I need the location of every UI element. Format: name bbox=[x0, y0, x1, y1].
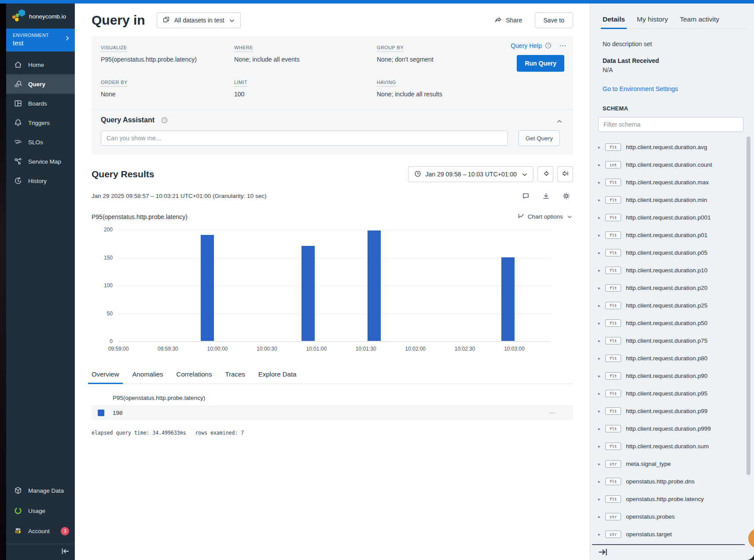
expand-caret-icon[interactable]: ▸ bbox=[598, 285, 605, 290]
sidebar-item-home[interactable]: Home bbox=[6, 55, 75, 74]
expand-caret-icon[interactable]: ▸ bbox=[598, 356, 605, 361]
schema-field-row[interactable]: ▸flthttp.client.request.duration.avg bbox=[598, 138, 754, 156]
gear-icon[interactable] bbox=[562, 192, 570, 200]
expand-caret-icon[interactable]: ▸ bbox=[598, 426, 605, 431]
chart-bar[interactable] bbox=[201, 235, 214, 341]
assistant-question-circle-icon[interactable]: ? bbox=[161, 117, 168, 124]
query-overflow-menu-icon[interactable]: ⋯ bbox=[559, 41, 566, 50]
schema-field-row[interactable]: ▸stropenstatus.target bbox=[598, 525, 754, 543]
expand-caret-icon[interactable]: ▸ bbox=[598, 497, 605, 501]
query-field-visualize[interactable]: VISUALIZEP95(openstatus.http.probe.laten… bbox=[101, 43, 234, 63]
expand-caret-icon[interactable]: ▸ bbox=[598, 268, 605, 273]
schema-field-row[interactable]: ▸flthttp.client.request.duration.max bbox=[598, 173, 754, 191]
schema-field-row[interactable]: ▸flthttp.client.request.duration.p20 bbox=[598, 279, 754, 296]
expand-caret-icon[interactable]: ▸ bbox=[598, 373, 605, 378]
chart-options-button[interactable]: Chart options bbox=[518, 212, 573, 221]
expand-caret-icon[interactable]: ▸ bbox=[598, 250, 605, 255]
schema-field-row[interactable]: ▸flthttp.client.request.duration.p80 bbox=[598, 349, 754, 367]
sidebar-collapse-button[interactable] bbox=[6, 544, 75, 560]
schema-field-row[interactable]: ▸flthttp.client.request.duration.p01 bbox=[598, 226, 754, 244]
query-help-link[interactable]: Query Help bbox=[511, 42, 542, 49]
expand-caret-icon[interactable]: ▸ bbox=[598, 409, 605, 414]
comment-icon[interactable] bbox=[522, 192, 530, 200]
share-button[interactable]: Share bbox=[494, 16, 522, 25]
schema-field-row[interactable]: ▸flthttp.client.request.duration.sum bbox=[598, 437, 754, 455]
sidebar-item-boards[interactable]: Boards bbox=[6, 94, 75, 113]
schema-field-row[interactable]: ▸flthttp.client.request.duration.p99 bbox=[598, 402, 754, 420]
schema-field-row[interactable]: ▸stropenstatus.probes bbox=[598, 508, 754, 525]
sidebar-item-account[interactable]: Account3 bbox=[6, 521, 75, 541]
expand-caret-icon[interactable]: ▸ bbox=[598, 338, 605, 343]
tab-explore-data[interactable]: Explore Data bbox=[258, 370, 297, 384]
dataset-selector[interactable]: All datasets in test bbox=[157, 12, 241, 28]
previous-window-button[interactable] bbox=[537, 166, 553, 182]
chevron-up-icon[interactable] bbox=[555, 117, 563, 125]
schema-field-row[interactable]: ▸flthttp.client.request.duration.p25 bbox=[598, 296, 754, 314]
query-field-having[interactable]: HAVINGNone; include all results bbox=[377, 78, 522, 98]
scrollbar-thumb[interactable] bbox=[747, 136, 750, 475]
schema-field-row[interactable]: ▸flthttp.client.request.duration.min bbox=[598, 191, 754, 209]
time-range-selector[interactable]: Jan 29 09:58 – 10:03 UTC+01:00 bbox=[408, 166, 533, 182]
tab-team-activity[interactable]: Team activity bbox=[680, 15, 719, 29]
environment-settings-link[interactable]: Go to Environment Settings bbox=[603, 85, 754, 92]
chart-bar[interactable] bbox=[302, 246, 315, 341]
assistant-prompt-input[interactable] bbox=[101, 131, 508, 146]
get-query-button[interactable]: Get Query bbox=[519, 130, 560, 146]
tab-my-history[interactable]: My history bbox=[637, 15, 668, 29]
schema-field-row[interactable]: ▸flthttp.client.request.duration.p95 bbox=[598, 384, 754, 402]
schema-field-row[interactable]: ▸fltopenstatus.http.probe.dns bbox=[598, 472, 754, 490]
schema-field-row[interactable]: ▸flthttp.client.request.duration.p90 bbox=[598, 367, 754, 384]
sidebar-item-slos[interactable]: SLOs bbox=[6, 132, 75, 152]
schema-field-row[interactable]: ▸flthttp.client.request.duration.p001 bbox=[598, 209, 754, 226]
save-to-button[interactable]: Save to bbox=[535, 12, 573, 28]
schema-field-row[interactable]: ▸flthttp.client.request.duration.p10 bbox=[598, 261, 754, 279]
query-field-limit[interactable]: LIMIT100 bbox=[234, 78, 377, 98]
tab-overview[interactable]: Overview bbox=[92, 370, 119, 384]
chart-bar[interactable] bbox=[501, 257, 515, 341]
schema-field-row[interactable]: ▸inthttp.client.request.duration.count bbox=[598, 156, 754, 173]
tab-traces[interactable]: Traces bbox=[225, 370, 245, 384]
expand-caret-icon[interactable]: ▸ bbox=[598, 479, 605, 484]
expand-caret-icon[interactable]: ▸ bbox=[598, 391, 605, 396]
tab-anomalies[interactable]: Anomalies bbox=[132, 370, 163, 384]
expand-caret-icon[interactable]: ▸ bbox=[598, 461, 605, 466]
expand-caret-icon[interactable]: ▸ bbox=[598, 233, 605, 238]
download-icon[interactable] bbox=[542, 192, 550, 200]
help-question-circle-icon[interactable]: ? bbox=[544, 42, 552, 49]
sidebar-item-service-map[interactable]: Service Map bbox=[6, 152, 75, 171]
schema-field-row[interactable]: ▸flthttp.client.request.duration.p05 bbox=[598, 244, 754, 261]
schema-filter-input[interactable] bbox=[598, 117, 743, 132]
tab-correlations[interactable]: Correlations bbox=[177, 370, 212, 384]
row-overflow-menu-icon[interactable]: ⋯ bbox=[549, 409, 555, 416]
expand-caret-icon[interactable]: ▸ bbox=[598, 215, 605, 220]
tab-details[interactable]: Details bbox=[603, 15, 625, 29]
expand-caret-icon[interactable]: ▸ bbox=[598, 198, 605, 202]
query-field-where[interactable]: WHERENone; include all events bbox=[234, 43, 377, 63]
schema-field-row[interactable]: ▸strmeta.signal_type bbox=[598, 455, 754, 472]
sidebar-item-query[interactable]: Query bbox=[6, 74, 75, 94]
expand-caret-icon[interactable]: ▸ bbox=[598, 145, 605, 150]
expand-caret-icon[interactable]: ▸ bbox=[598, 532, 605, 537]
environment-switcher[interactable]: ENVIRONMENT test bbox=[6, 29, 75, 51]
schema-field-row[interactable]: ▸flthttp.client.request.duration.p999 bbox=[598, 420, 754, 437]
expand-caret-icon[interactable]: ▸ bbox=[598, 321, 605, 326]
expand-caret-icon[interactable]: ▸ bbox=[598, 162, 605, 167]
expand-caret-icon[interactable]: ▸ bbox=[598, 303, 605, 308]
sidebar-item-manage-data[interactable]: Manage Data bbox=[6, 480, 75, 501]
schema-field-row[interactable]: ▸flthttp.client.request.duration.p75 bbox=[598, 332, 754, 349]
schema-field-row[interactable]: ▸fltopenstatus.http.probe.latency bbox=[598, 490, 754, 508]
expand-panel-button[interactable] bbox=[597, 546, 609, 558]
expand-caret-icon[interactable]: ▸ bbox=[598, 180, 605, 185]
run-query-button[interactable]: Run Query bbox=[517, 55, 564, 72]
expand-caret-icon[interactable]: ▸ bbox=[598, 444, 605, 449]
expand-caret-icon[interactable]: ▸ bbox=[598, 514, 605, 519]
next-window-button[interactable] bbox=[557, 166, 573, 182]
table-row[interactable]: 198⋯ bbox=[92, 405, 573, 420]
chart-bar[interactable] bbox=[368, 231, 381, 341]
schema-field-row[interactable]: ▸flthttp.client.request.duration.p50 bbox=[598, 314, 754, 332]
sidebar-item-usage[interactable]: Usage bbox=[6, 501, 75, 521]
sidebar-item-triggers[interactable]: Triggers bbox=[6, 113, 75, 132]
app-logo[interactable]: honeycomb.io bbox=[6, 4, 75, 29]
sidebar-item-history[interactable]: History bbox=[6, 171, 75, 190]
query-field-group-by[interactable]: GROUP BYNone; don't segment bbox=[377, 43, 522, 63]
